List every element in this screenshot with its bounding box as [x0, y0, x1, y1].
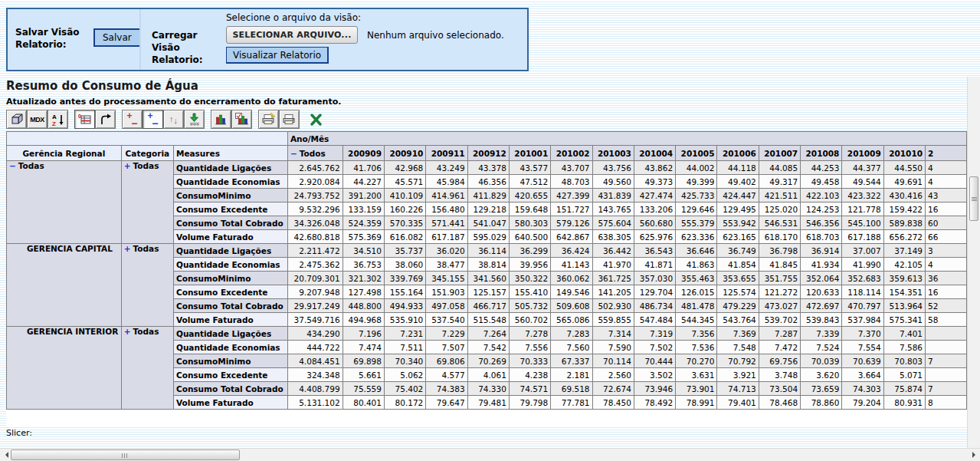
measure-label-cell: Consumo Excedente: [173, 368, 287, 382]
value-cell: 486.734: [634, 299, 675, 313]
value-cell: 45.984: [426, 175, 467, 189]
value-cell: 539.843: [801, 313, 842, 327]
drill-through-button[interactable]: [184, 110, 205, 129]
horizontal-scrollbar[interactable]: [0, 448, 980, 461]
scroll-right-arrow[interactable]: [967, 449, 980, 461]
region-member-cell[interactable]: GERENCIA CAPITAL: [7, 244, 122, 327]
column-member-todos[interactable]: −Todos: [287, 146, 343, 161]
print-pdf-button[interactable]: [279, 110, 300, 129]
value-cell: 36.749: [717, 244, 759, 258]
value-cell: 43.378: [467, 161, 509, 175]
collapse-icon[interactable]: −: [290, 149, 297, 158]
sort-button[interactable]: A Z: [48, 110, 68, 129]
chart-config-button[interactable]: [231, 110, 252, 129]
select-file-button[interactable]: SELECIONAR ARQUIVO...: [226, 26, 358, 44]
column-header-month: 201003: [592, 146, 634, 161]
value-cell: 133.159: [343, 203, 384, 216]
value-cell: 70.039: [801, 354, 842, 368]
value-cell: 616.082: [384, 230, 425, 244]
cube-navigator-button[interactable]: [6, 110, 27, 129]
value-cell: 49.560: [592, 175, 634, 189]
cube-icon: [10, 113, 24, 127]
vertical-scrollbar-thumb[interactable]: [969, 176, 978, 221]
value-cell: 618.170: [759, 230, 800, 244]
value-cell: 560.680: [634, 216, 675, 230]
show-parents-button[interactable]: 0: [74, 110, 95, 129]
measure-label-cell: Quantidade Economias: [173, 175, 287, 189]
value-cell: 470.797: [842, 299, 883, 313]
table-header-row: Ano/Mês: [7, 132, 967, 146]
mdx-editor-button[interactable]: MDX: [27, 110, 48, 129]
value-cell-clipped: 7: [926, 354, 967, 368]
value-cell: 535.910: [384, 313, 425, 327]
drill-replace-button[interactable]: ↑↓: [163, 110, 184, 129]
measure-label-cell: Quantidade Economias: [173, 341, 287, 354]
value-cell: 7.264: [467, 327, 509, 341]
value-cell: 502.930: [592, 299, 634, 313]
expand-toggle-icon[interactable]: −: [9, 161, 16, 170]
value-cell: 541.047: [467, 216, 509, 230]
category-member-cell[interactable]: +Todas: [121, 161, 173, 244]
expand-toggle-icon[interactable]: +: [124, 327, 131, 336]
value-cell: 44.377: [842, 161, 883, 175]
value-cell: 352.064: [801, 272, 842, 285]
column-header-month: 200910: [384, 146, 425, 161]
drill-position-button[interactable]: +−: [143, 110, 163, 129]
table-corner-cell: [7, 132, 288, 146]
value-cell-clipped: 16: [926, 285, 967, 299]
value-cell: 448.800: [343, 299, 384, 313]
region-member-cell[interactable]: −Todas: [7, 161, 122, 244]
region-member-cell[interactable]: GERENCIA INTERIOR: [7, 327, 122, 410]
show-chart-button[interactable]: [211, 110, 231, 129]
value-cell: 359.613: [883, 272, 925, 285]
export-excel-button[interactable]: [306, 110, 326, 129]
value-cell: 7.339: [801, 327, 842, 341]
value-cell: 74.303: [842, 382, 883, 396]
save-button[interactable]: Salvar: [93, 28, 141, 47]
value-cell: 411.829: [467, 189, 509, 203]
value-cell: 7.319: [634, 327, 675, 341]
value-cell: 617.188: [842, 230, 883, 244]
value-cell: 623.336: [676, 230, 717, 244]
value-cell: 49.544: [842, 175, 883, 189]
value-cell: 7.231: [384, 327, 425, 341]
category-member-cell[interactable]: +Todas: [121, 244, 173, 327]
value-cell: 156.480: [426, 203, 467, 216]
value-cell: 3.620: [801, 368, 842, 382]
horizontal-scrollbar-thumb[interactable]: [11, 449, 240, 460]
view-report-button[interactable]: Visualizar Relatorio: [226, 47, 329, 64]
value-cell: 41.143: [551, 258, 592, 272]
category-member-cell[interactable]: +Todas: [121, 327, 173, 410]
value-cell: 7.524: [801, 341, 842, 354]
value-cell: 2.560: [592, 368, 634, 382]
value-cell: 623.165: [717, 230, 759, 244]
column-header-category: Categoria: [121, 146, 173, 161]
vertical-scrollbar[interactable]: [967, 77, 980, 448]
value-cell: 70.269: [467, 354, 509, 368]
value-cell: 75.559: [343, 382, 384, 396]
value-cell: 589.838: [883, 216, 925, 230]
svg-text:0: 0: [78, 114, 81, 119]
swap-axes-button[interactable]: [95, 110, 116, 129]
value-cell: 579.126: [551, 216, 592, 230]
measure-label-cell: Consumo Excedente: [173, 203, 287, 216]
value-cell: 595.029: [467, 230, 509, 244]
value-cell: 479.229: [717, 299, 759, 313]
mdx-label: MDX: [30, 116, 44, 123]
print-config-button[interactable]: [258, 110, 279, 129]
value-cell-total: 29.917.249: [287, 299, 343, 313]
save-view-label: Salvar Visão Relatorio:: [15, 26, 89, 51]
value-cell: 124.253: [801, 203, 842, 216]
value-cell: 341.560: [467, 272, 509, 285]
value-cell-clipped: 7: [926, 382, 967, 396]
value-cell: 46.356: [467, 175, 509, 189]
expand-toggle-icon[interactable]: +: [124, 244, 131, 253]
value-cell: 575.341: [883, 313, 925, 327]
value-cell: 41.934: [801, 258, 842, 272]
value-cell: 37.007: [842, 244, 883, 258]
drill-member-button[interactable]: +−: [122, 110, 143, 129]
value-cell: 4.061: [467, 368, 509, 382]
value-cell: 74.571: [509, 382, 550, 396]
expand-toggle-icon[interactable]: +: [124, 161, 131, 170]
value-cell: 565.086: [551, 313, 592, 327]
